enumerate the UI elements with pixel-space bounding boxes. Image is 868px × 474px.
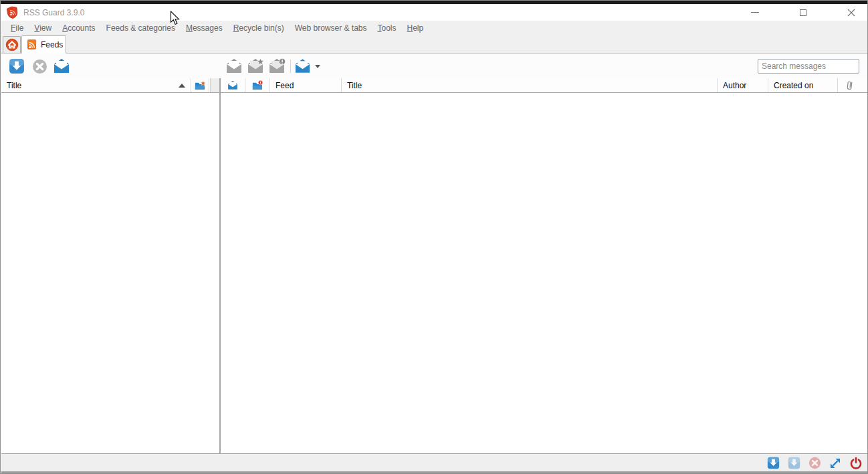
status-bar bbox=[1, 453, 868, 474]
home-icon bbox=[5, 38, 19, 51]
message-column-read[interactable] bbox=[221, 78, 245, 92]
power-icon bbox=[849, 457, 863, 470]
sort-ascending-icon bbox=[179, 84, 185, 88]
paperclip-icon bbox=[845, 79, 855, 91]
tab-feeds[interactable]: Feeds bbox=[21, 35, 66, 53]
stop-update-button[interactable] bbox=[30, 57, 49, 75]
maximize-button[interactable] bbox=[793, 5, 813, 20]
menu-file[interactable]: File bbox=[5, 21, 29, 35]
feed-list-header: Title bbox=[1, 78, 219, 93]
close-icon bbox=[847, 9, 855, 17]
download-icon bbox=[767, 457, 780, 469]
mark-all-read-button[interactable] bbox=[294, 57, 320, 75]
tab-feeds-label: Feeds bbox=[41, 40, 63, 49]
statusbar-update-selected-feeds-button[interactable] bbox=[787, 457, 800, 470]
feed-header-filler bbox=[210, 78, 219, 92]
open-envelope-gray-icon bbox=[225, 58, 243, 74]
message-column-importance[interactable] bbox=[245, 78, 270, 92]
mark-feed-read-button[interactable] bbox=[52, 57, 71, 75]
menu-bar: File View Accounts Feeds & categories Me… bbox=[1, 21, 868, 35]
update-feeds-button[interactable] bbox=[7, 57, 26, 75]
close-button[interactable] bbox=[841, 5, 861, 20]
statusbar-update-all-feeds-button[interactable] bbox=[766, 457, 780, 470]
app-window: RSS Guard 3.9.0 File View Accounts Feeds… bbox=[0, 0, 868, 474]
toolbar-row bbox=[1, 53, 868, 78]
open-envelope-icon bbox=[52, 58, 71, 74]
menu-tools[interactable]: Tools bbox=[372, 21, 402, 35]
message-column-title[interactable]: Title bbox=[342, 78, 718, 92]
message-column-feed[interactable]: Feed bbox=[270, 78, 342, 92]
fullscreen-arrows-icon bbox=[829, 457, 842, 470]
menu-accounts[interactable]: Accounts bbox=[57, 21, 100, 35]
cancel-red-circle-icon bbox=[808, 457, 821, 469]
folder-star-icon bbox=[195, 80, 206, 91]
statusbar-stop-update-button[interactable] bbox=[808, 457, 821, 470]
tab-home[interactable] bbox=[3, 36, 21, 53]
toolbar-separator bbox=[290, 60, 291, 73]
open-envelope-icon bbox=[227, 80, 239, 90]
menu-feeds-categories[interactable]: Feeds & categories bbox=[101, 21, 181, 35]
feed-list bbox=[1, 93, 219, 453]
minimize-icon bbox=[751, 12, 759, 13]
download-icon bbox=[788, 457, 800, 469]
window-title: RSS Guard 3.9.0 bbox=[23, 8, 84, 17]
open-envelope-icon bbox=[294, 58, 312, 74]
mark-message-read-button[interactable] bbox=[225, 57, 243, 75]
envelope-exclamation-gray-icon bbox=[267, 58, 286, 74]
rss-feed-icon bbox=[27, 39, 37, 50]
statusbar-quit-button[interactable] bbox=[849, 457, 863, 470]
menu-help[interactable]: Help bbox=[402, 21, 429, 35]
search-messages-input[interactable] bbox=[758, 59, 859, 74]
message-list bbox=[221, 93, 868, 453]
menu-view[interactable]: View bbox=[29, 21, 57, 35]
menu-web-browser-tabs[interactable]: Web browser & tabs bbox=[290, 21, 372, 35]
message-column-author[interactable]: Author bbox=[718, 78, 768, 92]
message-column-attachment[interactable] bbox=[838, 78, 861, 92]
cancel-circle-icon bbox=[32, 59, 47, 74]
feed-column-counts[interactable] bbox=[191, 78, 209, 92]
mouse-cursor bbox=[170, 11, 180, 25]
message-column-created-on[interactable]: Created on bbox=[768, 78, 838, 92]
app-shield-icon bbox=[7, 6, 18, 19]
menu-messages[interactable]: Messages bbox=[181, 21, 228, 35]
menu-recycle-bins[interactable]: Recycle bin(s) bbox=[228, 21, 290, 35]
download-icon bbox=[9, 58, 25, 74]
minimize-button[interactable] bbox=[745, 5, 765, 20]
title-bar: RSS Guard 3.9.0 bbox=[1, 4, 868, 21]
tab-bar: Feeds bbox=[1, 35, 868, 53]
mark-message-starred-button[interactable] bbox=[246, 57, 265, 75]
envelope-star-gray-icon bbox=[246, 58, 265, 74]
feed-column-title[interactable]: Title bbox=[1, 78, 191, 92]
statusbar-fullscreen-button[interactable] bbox=[829, 457, 842, 470]
message-list-header: Feed Title Author Created on bbox=[221, 78, 868, 93]
maximize-icon bbox=[800, 9, 806, 16]
dropdown-caret-icon[interactable] bbox=[315, 65, 320, 68]
folder-exclamation-icon bbox=[252, 80, 263, 91]
mark-message-important-button[interactable] bbox=[267, 57, 286, 75]
